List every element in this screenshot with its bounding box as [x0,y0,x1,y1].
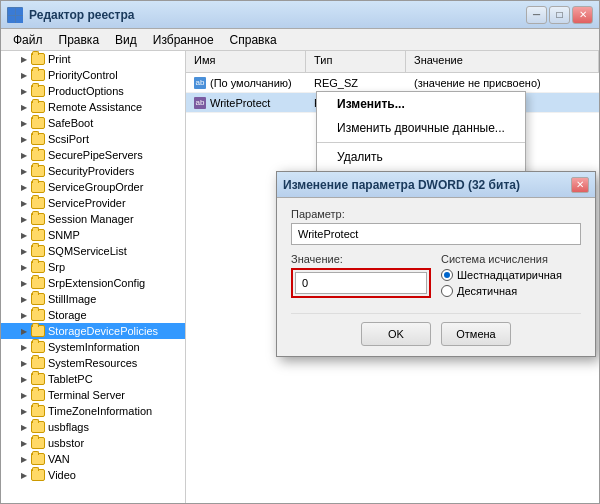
tree-item[interactable]: ▶TabletPC [1,371,185,387]
menu-view[interactable]: Вид [107,31,145,49]
tree-item[interactable]: ▶SNMP [1,227,185,243]
tree-item[interactable]: ▶ScsiPort [1,131,185,147]
folder-icon [31,245,45,257]
menu-edit[interactable]: Правка [51,31,108,49]
tree-item-label: TabletPC [48,373,93,385]
folder-icon [31,437,45,449]
tree-item[interactable]: ▶SafeBoot [1,115,185,131]
folder-icon [31,293,45,305]
tree-item[interactable]: ▶Storage [1,307,185,323]
folder-icon [31,373,45,385]
svg-rect-3 [16,16,23,23]
menu-bar: Файл Правка Вид Избранное Справка [1,29,599,51]
app-icon [7,7,23,23]
value-input-wrapper [291,268,431,298]
tree-item[interactable]: ▶Remote Assistance [1,99,185,115]
window-title: Редактор реестра [29,8,526,22]
menu-favorites[interactable]: Избранное [145,31,222,49]
folder-icon [31,341,45,353]
tree-item[interactable]: ▶PriorityControl [1,67,185,83]
radio-decimal-label: Десятичная [457,285,517,297]
dialog-body: Параметр: WriteProtect Значение: Система… [277,198,595,356]
radio-hex-label: Шестнадцатиричная [457,269,562,281]
tree-item[interactable]: ▶SystemResources [1,355,185,371]
radio-section: Система исчисления Шестнадцатиричная Дес… [441,253,581,301]
tree-item-label: Terminal Server [48,389,125,401]
main-window: Редактор реестра ─ □ ✕ Файл Правка Вид И… [0,0,600,504]
value-input[interactable] [295,272,427,294]
tree-item[interactable]: ▶SQMServiceList [1,243,185,259]
folder-icon [31,469,45,481]
tree-item[interactable]: ▶ServiceProvider [1,195,185,211]
tree-item[interactable]: ▶TimeZoneInformation [1,403,185,419]
tree-item-label: SafeBoot [48,117,93,129]
dialog-buttons: OK Отмена [291,313,581,346]
tree-item-label: SrpExtensionConfig [48,277,145,289]
title-bar: Редактор реестра ─ □ ✕ [1,1,599,29]
registry-values-panel: Имя Тип Значение ab (По умолчанию) REG_S… [186,51,599,503]
tree-item-label: Storage [48,309,87,321]
tree-item[interactable]: ▶Terminal Server [1,387,185,403]
tree-item-label: SQMServiceList [48,245,127,257]
window-controls: ─ □ ✕ [526,6,593,24]
tree-item-label: ServiceGroupOrder [48,181,143,193]
menu-help[interactable]: Справка [222,31,285,49]
tree-item-label: Remote Assistance [48,101,142,113]
folder-icon [31,405,45,417]
dialog-title-bar: Изменение параметра DWORD (32 бита) ✕ [277,172,595,198]
tree-item-label: SecurePipeServers [48,149,143,161]
maximize-button[interactable]: □ [549,6,570,24]
dialog-title: Изменение параметра DWORD (32 бита) [283,178,571,192]
folder-icon [31,357,45,369]
tree-item[interactable]: ▶SrpExtensionConfig [1,275,185,291]
tree-item[interactable]: ▶StorageDevicePolicies [1,323,185,339]
tree-item[interactable]: ▶StillImage [1,291,185,307]
radio-decimal-circle[interactable] [441,285,453,297]
dialog-close-button[interactable]: ✕ [571,177,589,193]
tree-item-label: VAN [48,453,70,465]
tree-item[interactable]: ▶usbstor [1,435,185,451]
tree-item[interactable]: ▶ProductOptions [1,83,185,99]
menu-file[interactable]: Файл [5,31,51,49]
svg-rect-2 [8,16,15,23]
folder-icon [31,85,45,97]
folder-icon [31,197,45,209]
svg-rect-1 [16,8,23,15]
cancel-button[interactable]: Отмена [441,322,511,346]
radio-hex[interactable]: Шестнадцатиричная [441,269,581,281]
tree-item-label: SystemResources [48,357,137,369]
value-label: Значение: [291,253,431,265]
minimize-button[interactable]: ─ [526,6,547,24]
tree-item-label: ServiceProvider [48,197,126,209]
tree-item[interactable]: ▶Session Manager [1,211,185,227]
radio-group-label: Система исчисления [441,253,581,265]
folder-icon [31,181,45,193]
folder-icon [31,421,45,433]
tree-item-label: usbflags [48,421,89,433]
tree-item-label: PriorityControl [48,69,118,81]
folder-icon [31,149,45,161]
folder-icon [31,453,45,465]
tree-item[interactable]: ▶Srp [1,259,185,275]
tree-item[interactable]: ▶SecurePipeServers [1,147,185,163]
folder-icon [31,101,45,113]
tree-item[interactable]: ▶ServiceGroupOrder [1,179,185,195]
tree-item[interactable]: ▶VAN [1,451,185,467]
tree-item-label: SecurityProviders [48,165,134,177]
value-section: Значение: [291,253,431,298]
ok-button[interactable]: OK [361,322,431,346]
tree-item[interactable]: ▶Video [1,467,185,483]
tree-item[interactable]: ▶SystemInformation [1,339,185,355]
tree-item[interactable]: ▶Print [1,51,185,67]
radio-decimal[interactable]: Десятичная [441,285,581,297]
close-button[interactable]: ✕ [572,6,593,24]
folder-icon [31,325,45,337]
registry-tree[interactable]: ▶Print▶PriorityControl▶ProductOptions▶Re… [1,51,186,503]
tree-item-label: usbstor [48,437,84,449]
svg-rect-0 [8,8,15,15]
tree-item-label: SystemInformation [48,341,140,353]
folder-icon [31,309,45,321]
tree-item[interactable]: ▶usbflags [1,419,185,435]
radio-hex-circle[interactable] [441,269,453,281]
tree-item[interactable]: ▶SecurityProviders [1,163,185,179]
